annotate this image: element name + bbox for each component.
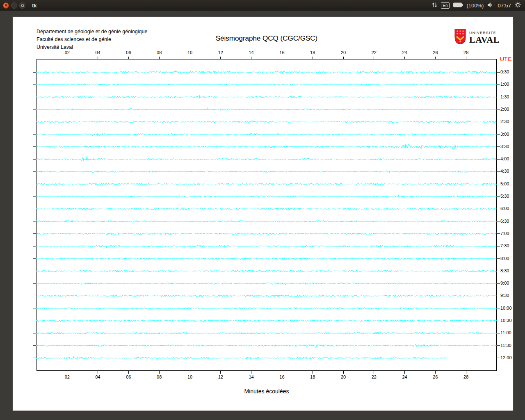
y-tick-left	[33, 184, 36, 184]
x-tick-label-top: 26	[429, 50, 441, 55]
utc-time-label: 2:30	[500, 119, 509, 124]
x-tick-label-bottom: 10	[184, 374, 196, 379]
y-tick-left	[33, 196, 36, 197]
x-tick-bottom	[190, 371, 190, 374]
minimize-icon[interactable]: −	[11, 2, 17, 9]
laval-shield-icon	[454, 28, 466, 46]
y-tick-right	[497, 84, 500, 85]
x-tick-bottom	[374, 371, 374, 374]
x-tick-top	[374, 57, 374, 59]
x-tick-label-top: 12	[215, 50, 227, 55]
utc-time-label: 1:00	[500, 82, 509, 87]
y-tick-right	[497, 72, 500, 73]
utc-time-label: 6:00	[500, 206, 509, 211]
x-tick-label-bottom: 16	[276, 374, 288, 379]
y-tick-right	[497, 233, 500, 234]
x-axis-caption: Minutes écoulées	[37, 388, 497, 395]
y-tick-right	[497, 296, 500, 296]
y-tick-left	[33, 122, 36, 122]
utc-time-label: 5:30	[500, 194, 509, 199]
y-tick-right	[497, 321, 500, 321]
y-tick-left	[33, 358, 36, 358]
utc-time-label: 9:00	[500, 281, 509, 285]
y-tick-left	[33, 134, 36, 135]
x-tick-bottom	[67, 371, 67, 374]
clock-label[interactable]: 07:57	[498, 2, 511, 9]
x-tick-label-bottom: 14	[245, 374, 258, 379]
x-tick-bottom	[282, 371, 282, 374]
session-gear-icon[interactable]	[515, 2, 521, 9]
y-tick-left	[33, 221, 36, 221]
utc-time-label: 4:30	[500, 169, 509, 173]
x-tick-top	[98, 57, 98, 59]
x-tick-top	[466, 57, 466, 59]
y-tick-left	[33, 246, 36, 247]
utc-time-label: 9:30	[500, 293, 509, 298]
utc-time-label: 7:00	[500, 231, 509, 236]
y-tick-right	[497, 308, 500, 308]
x-tick-label-bottom: 22	[368, 374, 380, 379]
utc-time-label: 0:30	[500, 69, 509, 74]
y-tick-left	[33, 146, 36, 147]
x-tick-label-bottom: 28	[460, 374, 472, 379]
x-tick-bottom	[128, 371, 129, 374]
y-tick-left	[33, 283, 36, 284]
y-tick-right	[497, 221, 500, 221]
utc-time-label: 5:00	[500, 181, 509, 186]
logo-universite-label: UNIVERSITÉ	[469, 31, 500, 35]
x-tick-label-bottom: 24	[399, 374, 411, 379]
logo-laval-label: LAVAL	[469, 35, 500, 44]
y-tick-right	[497, 196, 500, 197]
maximize-icon[interactable]	[19, 2, 25, 9]
x-tick-label-top: 18	[306, 50, 319, 55]
y-tick-right	[497, 258, 500, 259]
utc-time-label: 2:00	[500, 107, 509, 112]
window-controls: × −	[3, 2, 25, 9]
x-tick-label-top: 14	[245, 50, 258, 55]
utc-time-label: 10:00	[500, 306, 512, 310]
x-tick-label-bottom: 08	[153, 374, 165, 379]
ubuntu-top-bar: × − tk En (100%) 07:57	[0, 0, 525, 11]
y-tick-right	[497, 171, 500, 172]
utc-time-label: 8:30	[500, 268, 509, 273]
x-tick-label-top: 02	[61, 50, 73, 55]
utc-axis-label: UTC	[500, 56, 512, 62]
x-tick-label-top: 16	[276, 50, 288, 55]
x-tick-bottom	[251, 371, 251, 374]
logo-text: UNIVERSITÉ LAVAL	[469, 31, 500, 44]
utc-time-label: 11:00	[500, 330, 511, 335]
y-tick-right	[497, 159, 500, 160]
x-tick-top	[343, 57, 344, 59]
utc-time-label: 12:00	[500, 355, 512, 360]
window-title: tk	[32, 2, 37, 9]
y-tick-left	[33, 72, 36, 73]
helicorder-canvas	[37, 59, 497, 371]
y-tick-right	[497, 283, 500, 284]
utc-time-label: 10:30	[500, 318, 512, 323]
volume-icon[interactable]	[487, 2, 494, 9]
y-tick-left	[33, 97, 36, 97]
x-tick-top	[251, 57, 251, 59]
y-tick-left	[33, 271, 36, 271]
utc-time-label: 8:00	[500, 256, 509, 261]
y-tick-right	[497, 146, 500, 147]
x-tick-label-top: 22	[368, 50, 380, 55]
y-tick-right	[497, 345, 500, 346]
x-tick-label-bottom: 18	[306, 374, 319, 379]
x-tick-label-top: 20	[337, 50, 349, 55]
x-tick-label-top: 08	[153, 50, 165, 55]
x-tick-label-top: 28	[460, 50, 472, 55]
updown-arrows-icon[interactable]	[432, 2, 437, 9]
y-tick-left	[33, 308, 36, 308]
x-tick-label-bottom: 04	[92, 374, 104, 379]
x-tick-bottom	[404, 371, 405, 374]
battery-icon[interactable]	[453, 2, 463, 9]
keyboard-layout-indicator[interactable]: En	[441, 2, 449, 9]
y-tick-right	[497, 333, 500, 333]
y-tick-left	[33, 233, 36, 234]
x-tick-bottom	[313, 371, 313, 374]
x-tick-bottom	[435, 371, 436, 374]
x-tick-top	[159, 57, 160, 59]
close-icon[interactable]: ×	[3, 2, 9, 9]
battery-percent-label[interactable]: (100%)	[467, 2, 484, 9]
